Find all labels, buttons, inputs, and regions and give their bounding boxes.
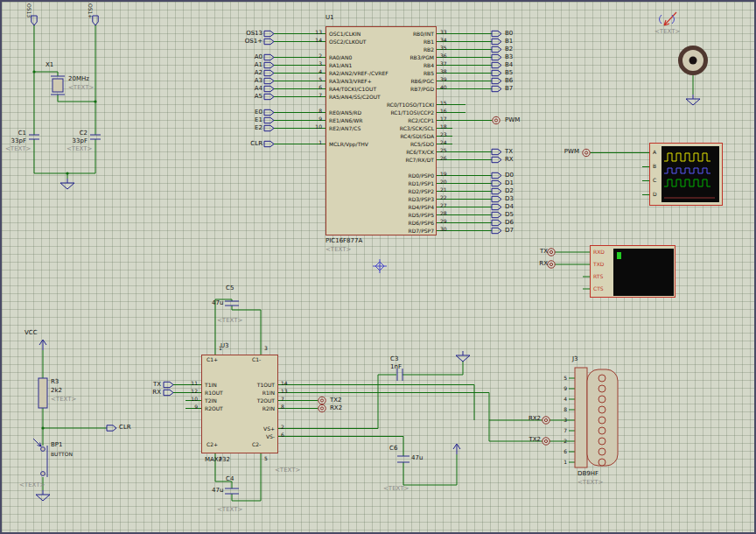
c6-value[interactable]: 47u: [411, 454, 423, 461]
c4-ref[interactable]: C4: [226, 475, 234, 482]
terminal-label[interactable]: A3: [224, 77, 262, 85]
terminal-label[interactable]: OS13: [26, 4, 32, 18]
terminal-label[interactable]: PWM: [505, 116, 549, 124]
vcc-label[interactable]: VCC: [24, 329, 38, 336]
bp1-ref[interactable]: BP1: [51, 441, 62, 448]
terminal-label[interactable]: OS1+: [88, 4, 94, 18]
terminal-label[interactable]: A4: [224, 85, 262, 93]
terminal-label[interactable]: A5: [224, 93, 262, 101]
terminal-label[interactable]: D6: [505, 219, 549, 227]
terminal-label[interactable]: D7: [505, 227, 549, 235]
motor-symbol[interactable]: [681, 48, 706, 74]
terminal-label[interactable]: [330, 381, 356, 389]
capacitor-c1-symbol[interactable]: [29, 135, 39, 139]
motor-terminal-icon[interactable]: [660, 12, 677, 25]
terminal-label[interactable]: [128, 397, 161, 404]
terminal-label[interactable]: CLR: [224, 140, 262, 148]
db9-connector-symbol[interactable]: [575, 368, 618, 467]
capacitor-c2-symbol[interactable]: [90, 135, 101, 139]
terminal-label[interactable]: D0: [505, 172, 549, 179]
terminal-label[interactable]: B0: [505, 30, 549, 38]
c1-value[interactable]: 33pF: [5, 137, 26, 144]
terminal-label[interactable]: A1: [224, 61, 262, 69]
pin-number: 22: [440, 193, 459, 201]
clr-terminal-label[interactable]: CLR: [119, 424, 131, 431]
terminal-label[interactable]: TX: [128, 381, 161, 389]
wire-group-oscillator[interactable]: [32, 25, 96, 179]
terminal-label[interactable]: [505, 101, 549, 109]
terminal-label[interactable]: B5: [505, 69, 549, 77]
c1-ref[interactable]: C1: [5, 130, 26, 137]
x1-value[interactable]: 20MHz: [68, 75, 89, 82]
c4-value[interactable]: 47u: [212, 487, 223, 494]
capacitor-c3-symbol[interactable]: [397, 369, 402, 381]
u1-ref[interactable]: U1: [326, 14, 334, 21]
c3-value[interactable]: 1nF: [390, 363, 402, 370]
terminal-label[interactable]: [128, 404, 161, 412]
terminal-label[interactable]: B3: [505, 53, 549, 61]
capacitor-c6-symbol[interactable]: [397, 456, 410, 462]
terminal-label[interactable]: RX2: [330, 404, 356, 412]
terminal-label[interactable]: D4: [505, 203, 549, 211]
terminal-label[interactable]: D2: [505, 187, 549, 195]
terminal-label[interactable]: TX: [505, 148, 549, 156]
u1-part[interactable]: PIC16F877A: [326, 237, 362, 244]
capacitor-c4-symbol[interactable]: [225, 488, 239, 494]
terminal-label[interactable]: B4: [505, 61, 549, 69]
pwm-terminal-label[interactable]: PWM: [555, 148, 579, 155]
terminal-label[interactable]: D5: [505, 211, 549, 219]
terminal-label[interactable]: E0: [224, 109, 262, 116]
terminal-label[interactable]: D3: [505, 195, 549, 203]
c2-value[interactable]: 33pF: [66, 137, 88, 144]
terminal-label[interactable]: [330, 389, 356, 397]
terminal-label[interactable]: OS13: [224, 30, 262, 38]
c3-ref[interactable]: C3: [390, 355, 398, 362]
terminal-label[interactable]: [505, 93, 549, 101]
resistor-r3-symbol[interactable]: [38, 378, 47, 408]
terminal-label[interactable]: A2: [224, 69, 262, 77]
rx-terminal-label[interactable]: RX: [525, 260, 548, 267]
terminal-label[interactable]: B6: [505, 77, 549, 85]
c6-ref[interactable]: C6: [389, 445, 397, 452]
terminal-label[interactable]: [505, 124, 549, 132]
j3-ref[interactable]: J3: [572, 355, 578, 362]
terminal-label[interactable]: [224, 101, 262, 109]
terminal-label[interactable]: TX2: [330, 397, 356, 404]
terminal-label[interactable]: [505, 140, 549, 148]
c5-value[interactable]: 47u: [212, 299, 223, 306]
r3-note: <TEXT>: [51, 396, 76, 403]
terminal-label[interactable]: E2: [224, 124, 262, 132]
button-bp1-symbol[interactable]: [33, 439, 47, 477]
pin-number: 9: [299, 115, 322, 123]
terminal-label[interactable]: [224, 46, 262, 53]
c5-ref[interactable]: C5: [226, 285, 234, 292]
x1-ref[interactable]: X1: [46, 61, 53, 68]
u3-part[interactable]: MAX232: [205, 456, 230, 463]
terminal-label[interactable]: [505, 164, 549, 172]
terminal-label[interactable]: B7: [505, 85, 549, 93]
terminal-label[interactable]: RX: [505, 156, 549, 164]
pin-number: 12: [178, 387, 198, 395]
terminal-label[interactable]: [505, 132, 549, 140]
terminal-label[interactable]: D1: [505, 179, 549, 187]
r3-ref[interactable]: R3: [51, 378, 59, 385]
terminal-label[interactable]: E1: [224, 116, 262, 124]
terminal-label[interactable]: OS1+: [224, 38, 262, 46]
rx2-terminal-label[interactable]: RX2: [516, 415, 541, 422]
terminal-label[interactable]: A0: [224, 53, 262, 61]
bp1-part[interactable]: BUTTON: [51, 451, 73, 457]
c2-ref[interactable]: C2: [66, 130, 88, 137]
wire-group-reset[interactable]: [41, 350, 107, 490]
tx-terminal-label[interactable]: TX: [525, 248, 548, 255]
tx2-terminal-label[interactable]: TX2: [516, 436, 541, 443]
terminal-label[interactable]: B1: [505, 38, 549, 46]
terminal-label[interactable]: B2: [505, 46, 549, 53]
terminal-label[interactable]: [505, 109, 549, 116]
capacitor-c5-symbol[interactable]: [225, 301, 239, 306]
r3-value[interactable]: 2k2: [51, 387, 62, 394]
j3-part[interactable]: DB9HF: [578, 470, 598, 477]
terminal-label[interactable]: [224, 132, 262, 140]
terminal-label[interactable]: RX: [128, 389, 161, 397]
crystal-symbol[interactable]: [51, 76, 65, 95]
u3-left-terminal-labels: TXRX: [128, 381, 161, 412]
